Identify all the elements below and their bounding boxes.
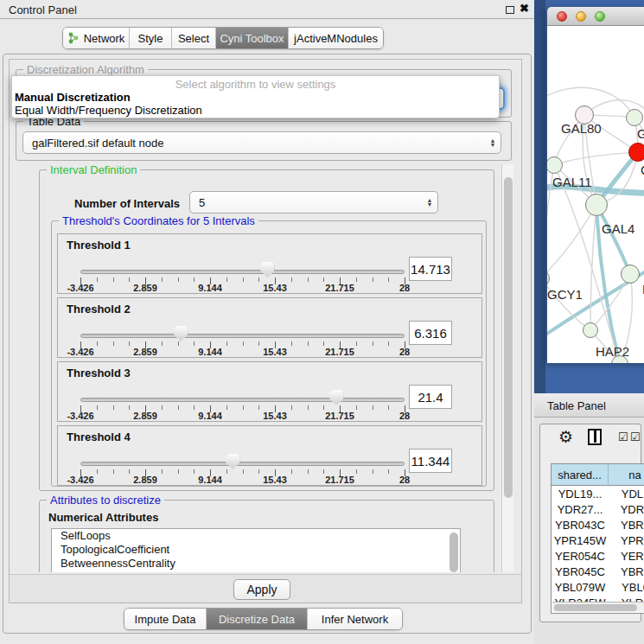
node-hap2[interactable] bbox=[583, 322, 598, 338]
slider-tick bbox=[356, 277, 357, 282]
vertical-scrollbar[interactable] bbox=[501, 164, 513, 572]
minimize-traffic-light[interactable] bbox=[576, 11, 586, 22]
number-of-intervals-label: Number of Intervals bbox=[74, 197, 180, 210]
slider-tick bbox=[388, 405, 389, 410]
slider-thumb[interactable] bbox=[174, 326, 188, 341]
table-row[interactable]: YDR27...YDR2 bbox=[552, 501, 644, 517]
slider-tick bbox=[258, 469, 259, 474]
network-window-titlebar[interactable] bbox=[547, 7, 644, 26]
table-row[interactable]: YBL079WYBL0 bbox=[552, 579, 644, 595]
slider-tick-label: 28 bbox=[399, 347, 410, 357]
network-canvas[interactable]: GAL80GAGAL11CGAL4HGCY1HAP2 bbox=[547, 26, 644, 363]
column-header[interactable]: shared... bbox=[552, 464, 609, 486]
table-row[interactable]: YBR045CYBR0 bbox=[552, 564, 644, 579]
table-row[interactable]: YBR043CYBR0 bbox=[552, 517, 644, 532]
float-window-icon[interactable] bbox=[506, 6, 514, 14]
network-icon bbox=[67, 32, 80, 44]
dropdown-option-manual-discretization[interactable]: Manual Discretization bbox=[15, 91, 131, 104]
list-item[interactable]: TopologicalCoefficient bbox=[52, 543, 460, 557]
table-data-combobox[interactable]: galFiltered.sif default node ▲▼ bbox=[22, 131, 501, 154]
slider-tick bbox=[129, 277, 130, 282]
slider-thumb[interactable] bbox=[329, 390, 343, 405]
threshold-value-field[interactable]: 11.344 bbox=[409, 449, 452, 473]
table-panel-title: Table Panel bbox=[547, 399, 606, 412]
scrollbar-thumb[interactable] bbox=[504, 177, 513, 498]
threshold-value-field[interactable]: 21.4 bbox=[409, 385, 452, 409]
columns-icon[interactable] bbox=[588, 429, 602, 445]
slider-tick bbox=[388, 341, 389, 346]
tab-network[interactable]: Network bbox=[63, 28, 129, 48]
scrollbar-thumb[interactable] bbox=[554, 604, 637, 611]
node-gal4[interactable] bbox=[585, 194, 608, 216]
tab-style[interactable]: Style bbox=[129, 28, 171, 48]
attributes-group: Attributes to discretize Numerical Attri… bbox=[39, 500, 494, 572]
tab-cyni-toolbox[interactable]: Cyni Toolbox bbox=[215, 28, 288, 48]
list-scrollbar[interactable] bbox=[450, 532, 458, 572]
gear-icon[interactable]: ⚙ bbox=[558, 427, 573, 446]
slider-tick-label: 28 bbox=[399, 411, 410, 421]
dropdown-hint-option[interactable]: Select algorithm to view settings bbox=[12, 78, 499, 91]
close-traffic-light[interactable] bbox=[557, 11, 567, 22]
list-item[interactable]: BetweennessCentrality bbox=[52, 557, 460, 571]
threshold-slider-track[interactable] bbox=[80, 334, 405, 338]
tab-impute-data[interactable]: Impute Data bbox=[124, 609, 206, 629]
slider-tick-label: 2.859 bbox=[133, 475, 157, 485]
slider-tick bbox=[356, 469, 357, 474]
threshold-slider-track[interactable] bbox=[80, 398, 405, 402]
slider-tick-label: 28 bbox=[399, 283, 410, 293]
spinner-arrows-icon[interactable]: ▲▼ bbox=[422, 198, 437, 207]
table-row[interactable]: YER054CYER0 bbox=[552, 548, 644, 564]
slider-tick bbox=[97, 277, 98, 282]
slider-tick bbox=[373, 277, 373, 282]
slider-tick-label: -3.426 bbox=[67, 411, 93, 421]
table-row[interactable]: YPR145WYPR1 bbox=[552, 532, 644, 548]
slider-tick bbox=[162, 405, 163, 410]
tab-select[interactable]: Select bbox=[171, 28, 215, 48]
threshold-slider-track[interactable] bbox=[80, 462, 405, 466]
slider-tick-label: 15.43 bbox=[263, 283, 287, 293]
table-row[interactable]: YDL19...YDL1 bbox=[552, 486, 644, 501]
tab-jactivemnodules[interactable]: jActiveMNodules bbox=[288, 28, 383, 48]
slider-thumb[interactable] bbox=[226, 454, 239, 469]
zoom-traffic-light[interactable] bbox=[595, 11, 605, 22]
tab-discretize-data[interactable]: Discretize Data bbox=[206, 609, 307, 629]
threshold-label: Threshold 2 bbox=[67, 303, 131, 316]
node-attribute-table[interactable]: shared... na YDL19...YDL1YDR27...YDR2YBR… bbox=[551, 463, 644, 614]
threshold-panel: Threshold 1-3.4262.8599.14415.4321.71528… bbox=[57, 233, 482, 294]
slider-tick bbox=[323, 405, 324, 410]
dropdown-option-equal-width-frequency[interactable]: Equal Width/Frequency Discretization bbox=[15, 104, 202, 117]
threshold-slider-track[interactable] bbox=[80, 270, 405, 274]
combo-arrows-icon: ▲▼ bbox=[485, 138, 501, 147]
slider-tick-label: 9.144 bbox=[198, 347, 222, 357]
table-panel-body: ⚙ ☑ ☑ shared... na YDL19...YDL1YDR27...Y… bbox=[534, 418, 644, 644]
list-item[interactable]: SelfLoops bbox=[52, 529, 460, 543]
slider-tick bbox=[243, 277, 244, 282]
numerical-attributes-list[interactable]: SelfLoopsTopologicalCoefficientBetweenne… bbox=[51, 528, 461, 572]
checkbox-icon[interactable]: ☑ bbox=[630, 430, 641, 443]
slider-tick-label: -3.426 bbox=[67, 475, 93, 485]
node-label: GAL80 bbox=[561, 121, 602, 136]
horizontal-scrollbar[interactable] bbox=[552, 602, 644, 612]
tab-label: Network bbox=[84, 32, 125, 45]
table-cell: YBR045C bbox=[552, 564, 609, 579]
number-of-intervals-spinner[interactable]: 5 ▲▼ bbox=[189, 191, 438, 214]
threshold-label: Threshold 3 bbox=[67, 367, 131, 379]
threshold-value-field[interactable]: 14.713 bbox=[409, 257, 452, 281]
slider-thumb[interactable] bbox=[260, 262, 274, 277]
tab-infer-network[interactable]: Infer Network bbox=[307, 609, 402, 629]
threshold-value-field[interactable]: 6.316 bbox=[409, 321, 452, 345]
node-top-right[interactable] bbox=[626, 109, 643, 126]
apply-button[interactable]: Apply bbox=[233, 579, 290, 600]
checkbox-icon[interactable]: ☑ bbox=[618, 430, 628, 443]
node-label: GAL11 bbox=[552, 175, 592, 189]
column-header[interactable]: na bbox=[609, 464, 644, 486]
slider-tick bbox=[373, 469, 373, 474]
slider-tick-label: 9.144 bbox=[198, 283, 222, 293]
node-red[interactable] bbox=[628, 143, 644, 162]
slider-tick bbox=[97, 341, 98, 346]
slider-tick bbox=[129, 341, 130, 346]
slider-tick bbox=[373, 341, 373, 346]
close-icon[interactable]: ✖ bbox=[520, 2, 529, 15]
node-right-h[interactable] bbox=[621, 265, 640, 284]
slider-tick bbox=[194, 405, 194, 410]
